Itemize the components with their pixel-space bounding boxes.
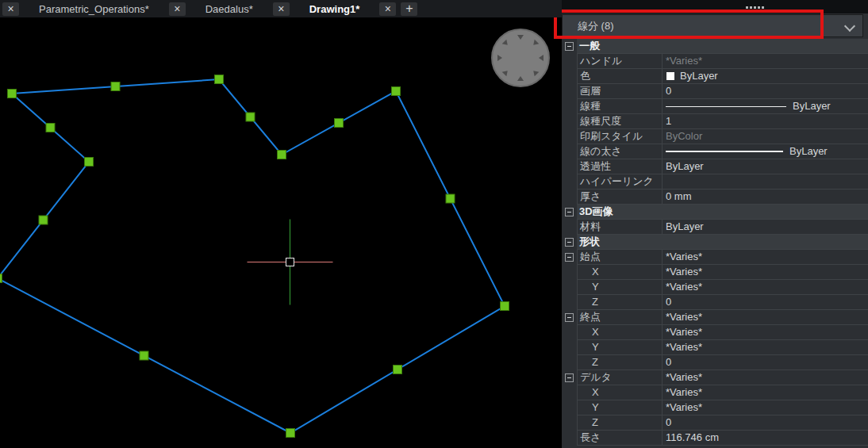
collapse-minus-icon[interactable] <box>565 208 574 216</box>
vertex-grip[interactable] <box>392 87 401 96</box>
row-gutter <box>562 415 577 431</box>
property-value-text: 0 mm <box>666 190 692 204</box>
property-value[interactable]: *Varies* <box>663 310 868 325</box>
collapse-minus-icon[interactable] <box>565 238 574 247</box>
property-row: 線種ByLayer <box>562 99 868 114</box>
collapse-minus-icon[interactable] <box>565 373 574 382</box>
property-value-text: 0 <box>666 295 671 309</box>
property-value-text: 116.746 cm <box>666 431 719 445</box>
midpoint-grip[interactable] <box>46 124 55 132</box>
vertex-grip[interactable] <box>501 302 509 311</box>
midpoint-grip[interactable] <box>39 216 48 224</box>
midpoint-grip[interactable] <box>394 366 402 374</box>
property-value-text: 0 <box>666 355 671 370</box>
row-gutter <box>562 190 577 205</box>
document-tab-1[interactable]: Parametric_Operations* <box>21 3 167 15</box>
property-value[interactable]: 116.746 cm <box>663 431 868 446</box>
document-tab-3[interactable]: Drawing1* <box>292 3 378 15</box>
property-value[interactable]: 0 mm <box>663 190 868 205</box>
property-value[interactable]: ByLayer <box>663 144 868 159</box>
vertex-grip[interactable] <box>278 151 286 159</box>
property-value[interactable]: *Varies* <box>663 54 868 69</box>
property-value-text: *Varies* <box>666 265 702 279</box>
collapse-minus-icon[interactable] <box>565 313 574 322</box>
row-gutter <box>562 84 577 99</box>
property-value[interactable]: *Varies* <box>663 265 868 280</box>
row-gutter <box>562 400 577 415</box>
property-value-text: *Varies* <box>666 250 702 264</box>
panel-drag-dot <box>762 6 764 9</box>
property-label: デルタ <box>577 370 663 385</box>
property-value[interactable]: ByColor <box>663 129 868 144</box>
property-row: Z0 <box>562 295 868 310</box>
midpoint-grip[interactable] <box>335 119 344 128</box>
property-value[interactable]: *Varies* <box>663 370 868 385</box>
property-value-text: *Varies* <box>666 280 702 294</box>
property-value-text: *Varies* <box>666 400 702 415</box>
property-label: 線種 <box>577 99 663 114</box>
row-gutter <box>562 144 577 159</box>
row-gutter <box>562 220 577 235</box>
selection-type-dropdown[interactable]: 線分 (8) <box>562 14 863 37</box>
row-gutter <box>562 265 577 280</box>
property-value[interactable]: ByLayer <box>663 220 868 235</box>
property-value-text: ByLayer <box>666 220 704 234</box>
property-value[interactable]: 0 <box>663 84 868 99</box>
tab-close-button[interactable]: × <box>2 2 19 16</box>
property-value[interactable]: ByLayer <box>663 99 868 114</box>
midpoint-grip[interactable] <box>140 351 148 360</box>
tab-close-button[interactable]: × <box>273 2 290 16</box>
midpoint-grip[interactable] <box>246 113 255 121</box>
vertex-grip[interactable] <box>85 158 94 167</box>
vertex-grip[interactable] <box>286 429 295 438</box>
property-row: 材料ByLayer <box>562 220 868 235</box>
property-row: ハイパーリンク <box>562 174 868 190</box>
property-row: X*Varies* <box>562 385 868 400</box>
property-label: Y <box>577 340 663 355</box>
property-value[interactable] <box>663 174 868 190</box>
property-value[interactable]: 0 <box>663 295 868 310</box>
collapse-minus-icon[interactable] <box>565 253 574 262</box>
properties-panel: 線分 (8) 一般ハンドル*Varies*色ByLayer画層0線種ByLaye… <box>562 0 868 448</box>
new-tab-button[interactable]: + <box>401 2 417 16</box>
property-label: X <box>577 265 663 280</box>
property-label: 画層 <box>577 84 663 99</box>
document-tab-2[interactable]: Daedalus* <box>188 3 271 15</box>
row-gutter <box>562 340 577 355</box>
vertex-grip[interactable] <box>0 274 2 283</box>
row-gutter <box>562 69 577 84</box>
color-swatch-icon[interactable] <box>666 72 674 80</box>
property-value[interactable]: ByLayer <box>663 159 868 174</box>
vertex-grip[interactable] <box>8 90 17 98</box>
collapse-minus-icon[interactable] <box>565 42 574 51</box>
tab-close-button[interactable]: × <box>379 2 396 16</box>
row-gutter <box>562 355 577 370</box>
property-label: Y <box>577 400 663 415</box>
row-gutter <box>562 159 577 174</box>
property-value[interactable]: *Varies* <box>663 340 868 355</box>
property-value[interactable]: 1 <box>663 114 868 129</box>
midpoint-grip[interactable] <box>446 194 455 203</box>
tab-close-button[interactable]: × <box>169 2 186 16</box>
row-gutter <box>562 431 577 446</box>
selected-line-segments[interactable] <box>0 79 505 433</box>
property-value-text: *Varies* <box>666 385 702 400</box>
property-row: 画層0 <box>562 84 868 99</box>
property-value[interactable]: *Varies* <box>663 400 868 415</box>
panel-drag-dot <box>746 6 748 9</box>
property-label: X <box>577 325 663 340</box>
property-value[interactable]: *Varies* <box>663 280 868 295</box>
property-row: デルタ*Varies* <box>562 370 868 385</box>
property-value[interactable]: 0 <box>663 355 868 370</box>
property-value[interactable]: *Varies* <box>663 250 868 265</box>
property-value[interactable]: 0 <box>663 415 868 431</box>
chevron-down-icon[interactable] <box>844 21 855 32</box>
property-value[interactable]: *Varies* <box>663 325 868 340</box>
property-row: 色ByLayer <box>562 69 868 84</box>
property-value[interactable]: ByLayer <box>663 69 868 84</box>
panel-drag-handle-icon[interactable] <box>746 6 764 9</box>
property-row: Z0 <box>562 355 868 370</box>
vertex-grip[interactable] <box>215 75 224 84</box>
midpoint-grip[interactable] <box>111 82 120 91</box>
property-value[interactable]: *Varies* <box>663 385 868 400</box>
